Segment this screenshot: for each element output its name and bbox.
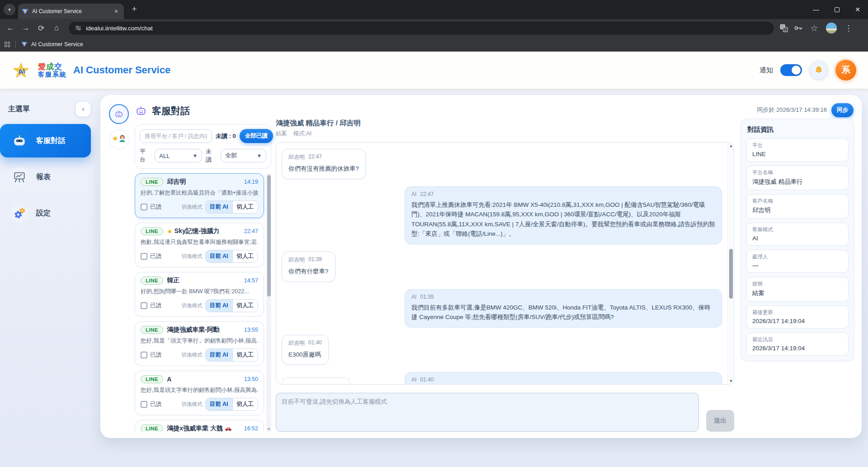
page-title: AI Customer Service	[73, 64, 170, 76]
read-label: 已讀	[150, 253, 161, 260]
sidebar-item-label: 報表	[36, 172, 51, 182]
notification-toggle[interactable]	[780, 64, 802, 76]
unread-select[interactable]: 全部▼	[221, 149, 266, 162]
new-tab-button[interactable]: +	[128, 4, 140, 15]
message-text: E300原廠嗎	[288, 350, 322, 360]
scroll-down-arrow[interactable]: ▼	[266, 427, 271, 431]
scroll-up-arrow[interactable]: ▲	[728, 143, 734, 148]
sidebar-collapse-button[interactable]: ‹	[75, 101, 91, 117]
bookmark-star-icon[interactable]: ☆	[807, 21, 821, 35]
status-badge: 結案	[276, 130, 287, 138]
read-label: 已讀	[150, 302, 161, 310]
send-button[interactable]: 送出	[706, 410, 734, 432]
conversation-item[interactable]: LINE 鴻捷x強威車業 大魏 16:52 您好,我是頭文字車行的小林,很高興為…	[135, 420, 264, 432]
apps-grid-icon[interactable]	[5, 42, 10, 47]
mode-ai-button[interactable]: 目前 AI	[206, 349, 232, 361]
filter-card: 未讀 : 0 全部已讀 平台 ALL▼ 未讀 全部▼	[135, 124, 271, 169]
user-avatar[interactable]: 系	[835, 60, 856, 81]
tab-search-button[interactable]: ▾	[4, 4, 15, 15]
switch-to-human-button[interactable]: 切人工	[232, 250, 258, 262]
address-bar[interactable]: idealui.iintellitw.com/chat	[69, 22, 774, 35]
timestamp: 14:57	[244, 277, 258, 284]
mode-ai-button[interactable]: 目前 AI	[206, 398, 232, 410]
tab-close-icon[interactable]: ×	[112, 7, 120, 15]
url-text: idealui.iintellitw.com/chat	[86, 25, 153, 32]
conversation-item[interactable]: LINE 鴻捷強威車業-阿勳 13:55 您好,我是「頭文字車行」的銷售顧問小林…	[135, 321, 264, 366]
conversation-item[interactable]: LINE 韓正 14:57 好的,想詢問哪一款 BMW 呢?我們有:2022..…	[135, 272, 264, 317]
chevron-down-icon: ▼	[193, 153, 198, 158]
message-time: 01:40	[308, 339, 322, 347]
chat-view-button[interactable]	[109, 104, 129, 124]
platform-badge: LINE	[141, 178, 163, 186]
message-time: 22:47	[420, 191, 434, 197]
read-checkbox[interactable]	[141, 302, 147, 309]
switch-mode-label: 切換模式	[182, 204, 203, 210]
sidebar-item-settings[interactable]: 設定	[0, 196, 91, 230]
agents-view-button[interactable]: ★	[109, 129, 129, 149]
message-author: AI	[411, 294, 416, 300]
window-close-button[interactable]: ✕	[847, 0, 868, 19]
list-scrollbar[interactable]: ▼	[266, 173, 271, 432]
translate-icon[interactable]: G 文	[779, 24, 788, 33]
mode-ai-button[interactable]: 目前 AI	[206, 201, 232, 213]
message-list: 邱吉明22:47 你們有沒有推薦的休旅車? AI22:47 我們清單上推薦休旅車…	[276, 142, 734, 385]
main-content-card: ★ 客服對話	[100, 95, 862, 438]
customer-message: 邱吉明22:47 你們有沒有推薦的休旅車?	[282, 149, 722, 179]
home-icon[interactable]: ⌂	[50, 21, 63, 35]
bookmark-item[interactable]: AI Customer Service	[31, 41, 83, 48]
message-time: 01:40	[420, 376, 434, 383]
star-icon: ★	[167, 228, 173, 235]
browser-menu-icon[interactable]: ⋮	[842, 21, 855, 35]
customer-name: A	[167, 376, 241, 383]
forward-icon[interactable]: →	[19, 21, 33, 35]
read-checkbox[interactable]	[141, 401, 147, 408]
browser-profile-avatar[interactable]	[826, 22, 837, 34]
message-text: 我們目前有多款車可選,像是BMW 420GC、BMW 520i、Honda FI…	[411, 303, 715, 322]
messages-scrollbar[interactable]: ▲ ▼	[727, 143, 734, 384]
vite-favicon	[21, 41, 28, 48]
message-preview: 您好,我是「頭文字車行」的銷售顧問小林,很高...	[141, 337, 258, 345]
platform-badge: LINE	[141, 326, 163, 334]
read-checkbox[interactable]	[141, 352, 147, 358]
switch-mode-label: 切換模式	[182, 352, 203, 358]
reload-icon[interactable]: ⟳	[34, 21, 48, 35]
notification-bell-button[interactable]	[809, 61, 828, 80]
site-settings-icon[interactable]	[75, 25, 81, 31]
read-checkbox[interactable]	[141, 253, 147, 260]
read-checkbox[interactable]	[141, 204, 147, 210]
sidebar-item-chat[interactable]: 客服對話	[0, 124, 91, 157]
sidebar-item-reports[interactable]: 報表	[0, 160, 91, 194]
customer-name: 邱吉明	[167, 178, 241, 186]
scrollbar-thumb[interactable]	[729, 249, 733, 299]
password-key-icon[interactable]	[793, 23, 803, 33]
mode-ai-button[interactable]: 目前 AI	[206, 250, 232, 262]
switch-to-human-button[interactable]: 切人工	[232, 398, 258, 410]
platform-badge: LINE	[141, 424, 163, 432]
platform-filter-label: 平台	[140, 148, 151, 164]
search-input[interactable]	[140, 129, 212, 143]
mode-ai-button[interactable]: 目前 AI	[206, 300, 232, 312]
sync-button[interactable]: 同步	[831, 103, 854, 117]
browser-tab[interactable]: AI Customer Service ×	[18, 4, 124, 19]
scroll-down-arrow[interactable]: ▼	[728, 379, 734, 383]
conversation-item[interactable]: LINE A 13:50 您好,我是頭文字車行的銷售顧問小林,很高興為... 已…	[135, 371, 264, 415]
window-minimize-button[interactable]: —	[806, 0, 826, 19]
message-time: 01:39	[420, 294, 434, 300]
message-text: 你們有沒有推薦的休旅車?	[288, 164, 359, 174]
message-input[interactable]	[276, 393, 699, 432]
switch-to-human-button[interactable]: 切人工	[232, 300, 258, 312]
scrollbar-thumb[interactable]	[267, 175, 271, 296]
panel-title: 客服對話	[152, 105, 190, 117]
back-icon[interactable]: ←	[4, 21, 17, 35]
mark-all-read-button[interactable]: 全部已讀	[240, 129, 273, 143]
window-restore-button[interactable]	[826, 0, 847, 19]
sync-status-text: 同步於 2026/3/17 14:39:16	[757, 106, 827, 114]
switch-to-human-button[interactable]: 切人工	[232, 201, 258, 213]
conversation-item[interactable]: LINE 邱吉明 14:19 好的,了解您要比較高級且符合「通勤+接送小孩...…	[135, 173, 264, 218]
info-field: 處理人—	[746, 250, 849, 273]
conversation-item[interactable]: LINE ★Sky記憶-強腦力 22:47 抱歉,我這邊只負責幫您看車與服務相關…	[135, 223, 264, 267]
switch-to-human-button[interactable]: 切人工	[232, 349, 258, 361]
sidebar-item-label: 設定	[36, 209, 51, 218]
platform-select[interactable]: ALL▼	[155, 149, 202, 162]
ai-message: AI01:39 我們目前有多款車可選,像是BMW 420GC、BMW 520i、…	[282, 289, 722, 328]
